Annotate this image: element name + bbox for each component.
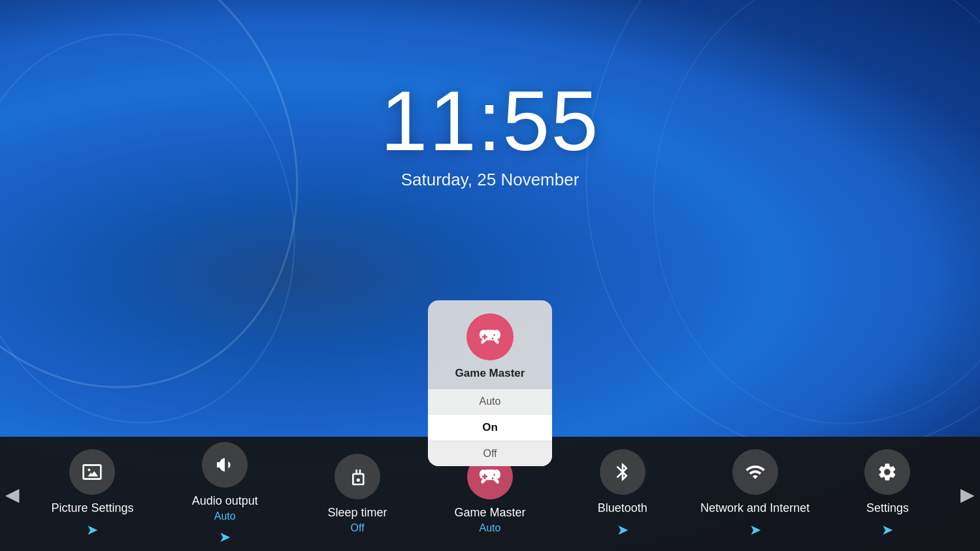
game-master-circle — [466, 313, 514, 360]
audio-output-icon — [214, 454, 235, 475]
game-master-icon-area: Game Master — [428, 300, 552, 389]
game-master-option-off[interactable]: Off — [428, 441, 552, 466]
clock-container: 11:55 Saturday, 25 November — [380, 78, 599, 190]
game-master-taskbar-icon — [480, 466, 500, 487]
wave-decoration-2 — [0, 7, 325, 450]
network-label: Network and Internet — [700, 501, 809, 515]
game-master-option-auto[interactable]: Auto — [428, 389, 552, 414]
taskbar-item-audio-output[interactable]: Audio output Auto ➤ — [159, 442, 290, 546]
picture-settings-icon — [82, 462, 103, 482]
network-arrow: ➤ — [749, 522, 761, 539]
game-master-taskbar-sublabel: Auto — [479, 522, 500, 534]
taskbar-item-settings[interactable]: Settings ➤ — [822, 449, 953, 539]
taskbar-nav-left[interactable]: ◀ — [5, 483, 20, 505]
sleep-timer-label: Sleep timer — [328, 506, 387, 520]
clock-date: Saturday, 25 November — [380, 170, 599, 190]
game-master-taskbar-label: Game Master — [454, 506, 525, 520]
game-master-title: Game Master — [455, 367, 525, 380]
sleep-timer-icon-wrap — [335, 454, 380, 499]
settings-arrow: ➤ — [881, 522, 893, 539]
picture-settings-icon-wrap — [69, 449, 115, 495]
gamepad-icon — [480, 326, 500, 347]
taskbar-item-sleep-timer[interactable]: Sleep timer Off — [292, 454, 423, 534]
audio-output-icon-wrap — [202, 442, 248, 488]
taskbar-item-network[interactable]: Network and Internet ➤ — [690, 449, 821, 539]
game-master-options: Auto On Off — [428, 389, 552, 466]
wifi-icon — [745, 462, 766, 482]
game-master-option-on[interactable]: On — [428, 414, 552, 441]
picture-settings-label: Picture Settings — [51, 501, 133, 515]
bluetooth-arrow: ➤ — [617, 522, 629, 539]
sleep-timer-icon — [347, 466, 368, 487]
game-master-popup: Game Master Auto On Off — [428, 300, 552, 466]
svg-point-0 — [88, 469, 91, 471]
taskbar-nav-right[interactable]: ▶ — [960, 483, 975, 505]
settings-icon-wrap — [864, 449, 910, 495]
sleep-timer-sublabel: Off — [351, 522, 365, 534]
clock-time: 11:55 — [380, 78, 599, 163]
bluetooth-icon-wrap — [600, 449, 645, 495]
picture-settings-arrow: ➤ — [86, 522, 98, 539]
wifi-icon-wrap — [732, 449, 778, 495]
audio-output-label: Audio output — [192, 494, 258, 508]
bluetooth-icon — [612, 462, 633, 482]
bluetooth-label: Bluetooth — [598, 501, 647, 515]
taskbar-item-bluetooth[interactable]: Bluetooth ➤ — [557, 449, 688, 539]
settings-label: Settings — [866, 501, 909, 515]
settings-icon — [877, 462, 898, 482]
taskbar-item-picture-settings[interactable]: Picture Settings ➤ — [27, 449, 157, 539]
audio-output-sublabel: Auto — [214, 511, 236, 522]
audio-output-arrow: ➤ — [219, 529, 231, 546]
